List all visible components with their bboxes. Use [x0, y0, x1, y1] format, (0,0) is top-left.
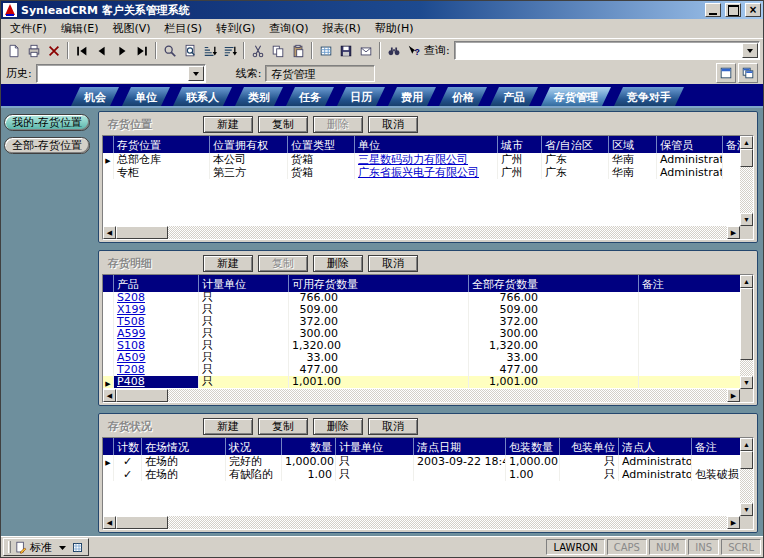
delete-button[interactable]: 删除	[313, 418, 363, 435]
sort-desc-icon[interactable]	[220, 41, 240, 61]
vertical-scrollbar[interactable]	[740, 136, 753, 226]
window-cascade-icon[interactable]	[738, 63, 758, 83]
column-header[interactable]: 计数	[114, 438, 142, 455]
copy-icon[interactable]	[268, 41, 288, 61]
maximize-button[interactable]	[725, 3, 741, 17]
cancel-button[interactable]: 取消	[368, 255, 418, 272]
dropdown-arrow-icon[interactable]	[188, 66, 204, 81]
scrollbar-track[interactable]	[740, 149, 753, 213]
dropdown-arrow-icon[interactable]	[742, 43, 758, 58]
new-icon[interactable]	[4, 41, 24, 61]
scrollbar-thumb[interactable]	[740, 149, 753, 167]
scroll-up-button[interactable]	[740, 136, 753, 149]
column-header[interactable]: 备注	[692, 438, 740, 455]
sidebar-item-my-inventory-locations[interactable]: 我的-存货位置	[4, 114, 90, 131]
scroll-down-button[interactable]	[740, 213, 753, 226]
tab-company[interactable]: 单位	[122, 87, 170, 106]
scroll-left-button[interactable]	[103, 516, 116, 529]
scrollbar-thumb[interactable]	[116, 226, 168, 239]
table-row[interactable]: X199只509.00509.00	[103, 304, 740, 316]
help-icon[interactable]: ?	[404, 41, 424, 61]
scrollbar-track[interactable]	[740, 451, 753, 503]
column-header[interactable]: 计量单位	[199, 275, 289, 292]
minimize-button[interactable]	[705, 3, 721, 17]
column-header[interactable]: 包装数量	[506, 438, 560, 455]
window-layout-icon[interactable]	[716, 63, 736, 83]
print-icon[interactable]	[24, 41, 44, 61]
scrollbar-thumb[interactable]	[116, 389, 168, 402]
new-button[interactable]: 新建	[203, 116, 253, 133]
cancel-button[interactable]: 取消	[368, 116, 418, 133]
column-header[interactable]: 产品	[114, 275, 199, 292]
grip-handle[interactable]	[8, 541, 11, 553]
horizontal-scrollbar[interactable]	[103, 226, 740, 239]
horizontal-scrollbar[interactable]	[103, 389, 740, 402]
tab-opportunity[interactable]: 机会	[71, 87, 119, 106]
tab-calendar[interactable]: 日历	[337, 87, 385, 106]
column-header[interactable]: 位置类型	[288, 136, 355, 153]
history-combobox[interactable]	[36, 64, 206, 83]
column-header[interactable]: 保管员	[657, 136, 723, 153]
scroll-left-button[interactable]	[103, 389, 116, 402]
tab-product[interactable]: 产品	[490, 87, 538, 106]
scroll-down-button[interactable]	[740, 503, 753, 516]
scroll-right-button[interactable]	[727, 389, 740, 402]
copy-button[interactable]: 复制	[258, 418, 308, 435]
grid-icon[interactable]	[316, 41, 336, 61]
table-row[interactable]: 总部仓库本公司货箱三星数码动力有限公司广州广东华南Administrator	[103, 153, 740, 166]
tab-category[interactable]: 类别	[235, 87, 283, 106]
column-header[interactable]: 计量单位	[336, 438, 414, 455]
next-record-icon[interactable]	[112, 41, 132, 61]
column-header[interactable]: 清点日期	[414, 438, 506, 455]
cell-link[interactable]: S108	[114, 340, 199, 352]
new-button[interactable]: 新建	[203, 255, 253, 272]
cancel-button[interactable]: 取消	[368, 418, 418, 435]
preview-icon[interactable]	[180, 41, 200, 61]
table-row[interactable]: A599只300.00300.00	[103, 328, 740, 340]
table-row[interactable]: ✓在场的有缺陷的1.00只1.00只Administrator包装破损	[103, 468, 740, 481]
last-record-icon[interactable]	[132, 41, 152, 61]
scrollbar-track[interactable]	[740, 288, 753, 376]
scrollbar-track[interactable]	[116, 516, 727, 529]
sidebar-item-all-inventory-locations[interactable]: 全部-存货位置	[4, 137, 90, 154]
table-row[interactable]: S208只766.00766.00	[103, 292, 740, 304]
column-header[interactable]: 状况	[226, 438, 282, 455]
tab-price[interactable]: 价格	[439, 87, 487, 106]
scrollbar-track[interactable]	[116, 226, 727, 239]
scrollbar-thumb[interactable]	[116, 516, 168, 529]
first-record-icon[interactable]	[72, 41, 92, 61]
view-menu[interactable]: 视图(V)	[105, 19, 157, 38]
table-row[interactable]: ✓在场的完好的1,000.00只2003-09-22 18:471,000.00…	[103, 455, 740, 468]
tab-competitor[interactable]: 竞争对手	[614, 87, 684, 106]
cell-link[interactable]: A509	[114, 352, 199, 364]
cell-link[interactable]: 三星数码动力有限公司	[355, 153, 498, 166]
copy-button[interactable]: 复制	[258, 116, 308, 133]
table-row[interactable]: T508只372.00372.00	[103, 316, 740, 328]
tab-expense[interactable]: 费用	[388, 87, 436, 106]
edit-menu[interactable]: 编辑(E)	[54, 19, 106, 38]
column-header[interactable]: 位置拥有权	[210, 136, 288, 153]
paste-icon[interactable]	[288, 41, 308, 61]
column-header[interactable]: 全部存货数量	[469, 275, 639, 292]
mail-icon[interactable]	[356, 41, 376, 61]
table-row[interactable]: P408只1,001.001,001.00	[103, 376, 740, 388]
tab-task[interactable]: 任务	[286, 87, 334, 106]
columns-menu[interactable]: 栏目(S)	[158, 19, 210, 38]
scrollbar-thumb[interactable]	[740, 288, 753, 360]
vertical-scrollbar[interactable]	[740, 438, 753, 516]
query-combobox[interactable]	[454, 41, 760, 60]
report-menu[interactable]: 报表(R)	[316, 19, 368, 38]
prev-record-icon[interactable]	[92, 41, 112, 61]
cell-link[interactable]: 广东省振兴电子有限公司	[355, 166, 498, 179]
delete-icon[interactable]	[44, 41, 64, 61]
copy-button[interactable]: 复制	[258, 255, 308, 272]
cell-link[interactable]: T508	[114, 316, 199, 328]
column-header[interactable]: 单位	[355, 136, 498, 153]
scroll-right-button[interactable]	[727, 226, 740, 239]
cell-link[interactable]: X199	[114, 304, 199, 316]
scroll-up-button[interactable]	[740, 438, 753, 451]
sort-asc-icon[interactable]	[200, 41, 220, 61]
zoom-icon[interactable]	[160, 41, 180, 61]
dropdown-arrow-icon[interactable]	[55, 540, 69, 554]
cell-link[interactable]: T208	[114, 364, 199, 376]
